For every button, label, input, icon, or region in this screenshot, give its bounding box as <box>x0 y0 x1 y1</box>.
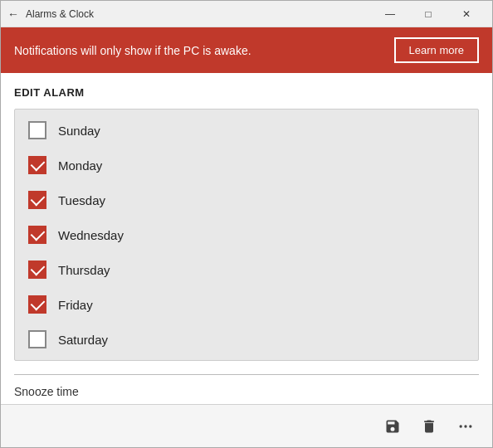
snooze-label: Snooze time <box>14 385 79 398</box>
main-content: EDIT ALARM SundayMondayTuesdayWednesdayT… <box>1 73 492 447</box>
day-label-tuesday: Tuesday <box>58 193 105 207</box>
svg-point-0 <box>460 425 462 427</box>
checkbox-thursday[interactable] <box>28 261 46 279</box>
svg-point-2 <box>469 425 471 427</box>
day-item-tuesday[interactable]: Tuesday <box>15 183 478 217</box>
window-title: Alarms & Clock <box>26 8 371 20</box>
day-item-thursday[interactable]: Thursday <box>15 252 478 287</box>
checkbox-sunday[interactable] <box>28 121 46 139</box>
day-item-monday[interactable]: Monday <box>15 148 478 183</box>
maximize-button[interactable]: □ <box>409 1 447 27</box>
day-label-saturday: Saturday <box>58 333 108 347</box>
snooze-section: Snooze time <box>14 382 479 404</box>
checkbox-wednesday[interactable] <box>28 226 46 244</box>
main-window: ← Alarms & Clock — □ ✕ Notifications wil… <box>0 0 493 448</box>
titlebar: ← Alarms & Clock — □ ✕ <box>1 1 492 27</box>
delete-button[interactable] <box>412 410 446 443</box>
checkbox-saturday[interactable] <box>28 330 46 348</box>
section-title: EDIT ALARM <box>14 86 479 99</box>
minimize-button[interactable]: — <box>371 1 409 27</box>
day-label-monday: Monday <box>58 158 102 173</box>
day-item-friday[interactable]: Friday <box>15 287 478 322</box>
more-options-button[interactable] <box>449 410 482 443</box>
day-label-thursday: Thursday <box>58 263 110 277</box>
checkbox-tuesday[interactable] <box>28 191 46 209</box>
bottom-toolbar <box>1 404 492 447</box>
close-button[interactable]: ✕ <box>447 1 486 27</box>
learn-more-button[interactable]: Learn more <box>394 37 479 63</box>
more-icon <box>457 418 474 435</box>
save-icon <box>384 418 401 435</box>
day-label-wednesday: Wednesday <box>58 228 124 242</box>
delete-icon <box>421 418 437 435</box>
day-item-wednesday[interactable]: Wednesday <box>15 217 478 252</box>
scrollable-area[interactable]: EDIT ALARM SundayMondayTuesdayWednesdayT… <box>1 73 492 404</box>
window-controls: — □ ✕ <box>371 1 486 27</box>
back-button[interactable]: ← <box>7 7 19 21</box>
day-label-sunday: Sunday <box>58 124 100 138</box>
day-item-saturday[interactable]: Saturday <box>15 322 478 357</box>
day-item-sunday[interactable]: Sunday <box>15 113 478 148</box>
days-list: SundayMondayTuesdayWednesdayThursdayFrid… <box>14 109 479 361</box>
day-label-friday: Friday <box>58 298 93 312</box>
save-button[interactable] <box>376 410 409 443</box>
checkbox-friday[interactable] <box>28 295 46 314</box>
divider <box>14 374 479 375</box>
notification-text: Notifications will only show if the PC i… <box>14 44 251 57</box>
svg-point-1 <box>464 425 466 427</box>
notification-banner: Notifications will only show if the PC i… <box>1 27 492 73</box>
checkbox-monday[interactable] <box>28 156 46 174</box>
